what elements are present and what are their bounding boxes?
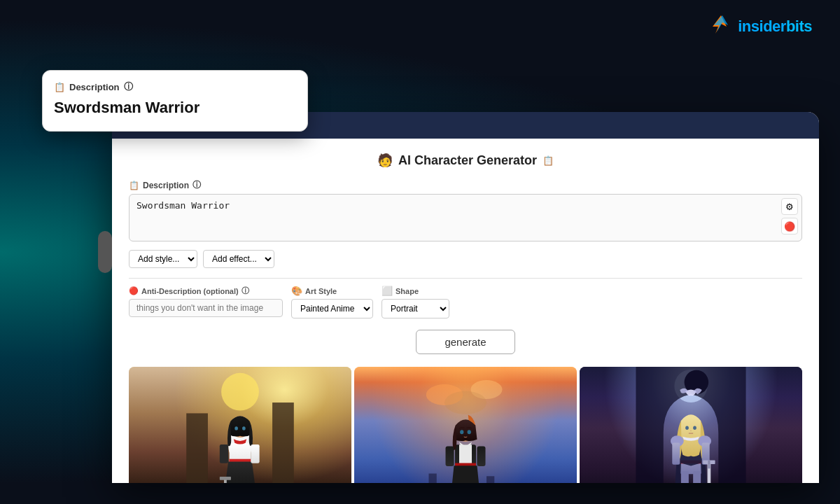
anti-info-icon: ⓘ xyxy=(241,286,249,296)
svg-rect-55 xyxy=(708,461,710,469)
anti-description-input[interactable] xyxy=(129,299,283,317)
svg-rect-4 xyxy=(272,402,294,483)
shape-select[interactable]: Portrait Landscape Square xyxy=(382,299,449,318)
page-title: 🧑 AI Character Generator 📋 xyxy=(129,153,802,168)
style-row: Add style... Realistic Anime Cartoon Fan… xyxy=(129,250,802,268)
character-svg-1 xyxy=(184,370,296,483)
character-svg-2 xyxy=(412,374,520,483)
panel-content: 🧑 AI Character Generator 📋 📋 Description… xyxy=(112,139,819,483)
svg-rect-15 xyxy=(220,444,228,463)
svg-rect-3 xyxy=(186,413,208,483)
svg-rect-56 xyxy=(672,442,680,464)
svg-point-34 xyxy=(468,430,471,434)
art-style-icon: 🎨 xyxy=(291,286,302,296)
page-title-text: AI Character Generator xyxy=(398,153,537,168)
settings-icon-btn[interactable]: ⚙ xyxy=(781,198,798,215)
svg-point-21 xyxy=(444,391,486,414)
tooltip-header: 📋 Description ⓘ xyxy=(54,80,296,93)
shape-label-text: Shape xyxy=(396,287,419,295)
svg-point-13 xyxy=(234,426,238,430)
tooltip-value: Swordsman Warrior xyxy=(54,99,296,117)
image-grid xyxy=(129,367,802,483)
page-title-icon: 🧑 xyxy=(377,153,393,168)
svg-rect-16 xyxy=(251,444,259,463)
image-card-1[interactable] xyxy=(129,367,351,483)
shape-label: ⬜ Shape xyxy=(382,286,449,296)
character-svg-3 xyxy=(634,367,749,483)
art-style-select[interactable]: Painted Anime Realistic Cartoon Sketch W… xyxy=(291,299,373,318)
logo-icon xyxy=(708,14,734,39)
info-icon-tooltip: ⓘ xyxy=(124,80,133,93)
art-style-group: 🎨 Art Style Painted Anime Realistic Cart… xyxy=(291,286,373,318)
svg-rect-36 xyxy=(477,447,486,467)
art-style-label: 🎨 Art Style xyxy=(291,286,373,296)
svg-rect-43 xyxy=(681,471,689,483)
page-title-copy-icon: 📋 xyxy=(542,155,554,166)
floating-tooltip: 📋 Description ⓘ Swordsman Warrior xyxy=(42,70,308,132)
description-info-icon: ⓘ xyxy=(192,179,201,191)
anti-description-label-text: Anti-Description (optional) xyxy=(141,287,239,295)
svg-point-2 xyxy=(221,373,259,411)
doc-icon-tooltip: 📋 xyxy=(54,82,65,92)
shape-icon: ⬜ xyxy=(382,286,393,296)
section-divider xyxy=(129,278,802,279)
main-panel: 🧑 AI Character Generator 📋 📋 Description… xyxy=(112,112,819,483)
shape-group: ⬜ Shape Portrait Landscape Square xyxy=(382,286,449,318)
svg-point-48 xyxy=(685,426,689,430)
anti-description-label: 🔴 Anti-Description (optional) ⓘ xyxy=(129,286,283,296)
tooltip-label: Description xyxy=(69,82,120,92)
options-row: 🔴 Anti-Description (optional) ⓘ 🎨 Art St… xyxy=(129,286,802,318)
style-select[interactable]: Add style... Realistic Anime Cartoon Fan… xyxy=(129,250,197,268)
generate-row: generate xyxy=(129,330,802,354)
svg-rect-18 xyxy=(220,477,231,480)
description-label-text: Description xyxy=(143,181,189,190)
image-card-2[interactable] xyxy=(354,367,577,483)
effect-select[interactable]: Add effect... Glow Shadow Fire Ice xyxy=(203,250,274,268)
svg-point-14 xyxy=(242,426,246,430)
generate-button[interactable]: generate xyxy=(416,330,514,354)
anti-icon: 🔴 xyxy=(129,286,139,295)
svg-point-33 xyxy=(460,430,463,434)
description-doc-icon: 📋 xyxy=(129,181,139,190)
color-icon-btn[interactable]: 🔴 xyxy=(781,218,798,234)
svg-rect-22 xyxy=(429,474,437,484)
logo-dark-text: insider xyxy=(738,18,786,35)
image-card-3[interactable] xyxy=(580,367,802,483)
logo-area: insiderbits xyxy=(708,14,812,39)
description-label: 📋 Description ⓘ xyxy=(129,179,802,191)
logo-text: insiderbits xyxy=(738,18,812,36)
description-area: Swordsman Warrior ⚙ 🔴 xyxy=(129,194,802,244)
svg-rect-35 xyxy=(446,447,454,467)
desc-icon-group: ⚙ 🔴 xyxy=(781,198,798,234)
svg-marker-1 xyxy=(714,15,728,32)
logo-light-text: bits xyxy=(786,18,812,35)
anti-description-group: 🔴 Anti-Description (optional) ⓘ xyxy=(129,286,283,317)
description-textarea[interactable]: Swordsman Warrior xyxy=(129,194,802,241)
art-style-label-text: Art Style xyxy=(305,287,337,295)
svg-rect-24 xyxy=(486,476,494,483)
sidebar-handle[interactable] xyxy=(98,231,112,273)
svg-point-49 xyxy=(693,426,696,430)
svg-rect-44 xyxy=(693,471,701,483)
